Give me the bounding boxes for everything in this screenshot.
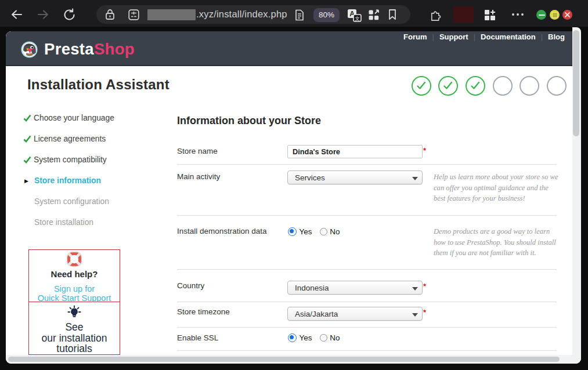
svg-text:文: 文 [355,16,360,21]
